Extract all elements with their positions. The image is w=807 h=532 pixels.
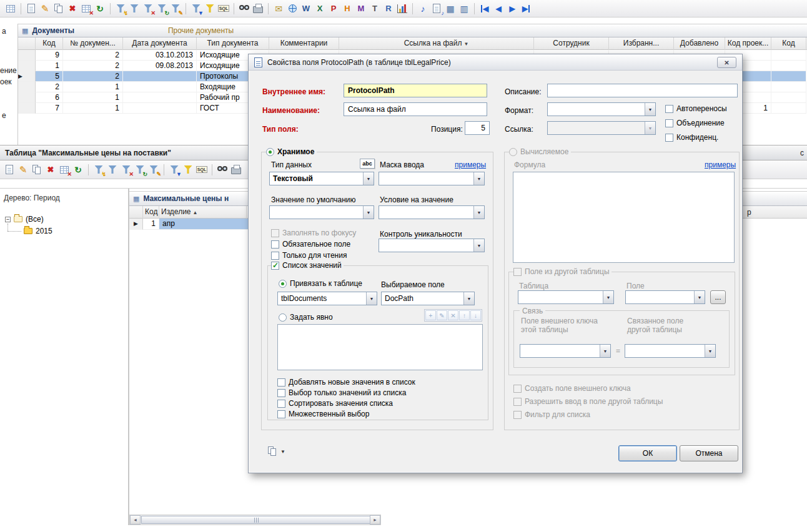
data-type-combo[interactable]: Текстовый▼: [269, 172, 374, 185]
formula-examples-link[interactable]: примеры: [705, 160, 736, 169]
print-icon[interactable]: [251, 2, 265, 16]
export-excel-icon[interactable]: X: [313, 2, 327, 16]
value-list-option-checkbox[interactable]: Выбор только значений из списка: [277, 388, 408, 397]
export-txt-icon[interactable]: T: [368, 2, 382, 16]
refresh-icon[interactable]: ↻: [71, 163, 85, 177]
edit-item-icon[interactable]: ✎: [437, 310, 447, 320]
confidential-checkbox[interactable]: Конфиденц.: [665, 133, 720, 142]
column-header-favorite[interactable]: Избранн...: [609, 37, 674, 50]
condition-combo[interactable]: ▼: [379, 205, 485, 219]
scroll-left-icon[interactable]: ◄: [130, 515, 141, 525]
move-up-icon[interactable]: ↑: [459, 310, 470, 320]
edit-icon[interactable]: ✎: [38, 2, 52, 16]
panel-splitter[interactable]: [128, 189, 129, 525]
filter-edit-icon[interactable]: ✎: [147, 163, 161, 177]
add-item-icon[interactable]: +: [425, 310, 436, 320]
filter-icon[interactable]: [106, 163, 119, 177]
filter-refresh-icon[interactable]: ↻: [133, 163, 147, 177]
filter-delete-icon[interactable]: ✕: [119, 163, 133, 177]
value-list-checkbox[interactable]: Список значений: [271, 261, 344, 270]
refresh-icon[interactable]: ↻: [93, 2, 107, 16]
delete-icon[interactable]: ✖: [66, 2, 79, 16]
find-icon[interactable]: [215, 163, 229, 177]
filter-icon[interactable]: [127, 2, 141, 16]
column-header-comment[interactable]: Комментарии: [269, 37, 339, 50]
position-field[interactable]: 5: [465, 121, 490, 135]
column-header-num[interactable]: № докумен...: [63, 37, 123, 50]
scroll-right-icon[interactable]: ►: [370, 515, 380, 525]
internal-name-field[interactable]: ProtocolPath: [344, 84, 487, 97]
format-combo[interactable]: ▼: [547, 102, 656, 116]
filter-edit-icon[interactable]: ✎: [169, 2, 182, 16]
name-field[interactable]: Ссылка на файл: [344, 102, 487, 116]
stored-radio[interactable]: Хранимое: [266, 147, 317, 156]
sql-icon[interactable]: SQL: [217, 2, 230, 16]
value-list-option-checkbox[interactable]: Множественный выбор: [277, 410, 371, 418]
bind-table-combo[interactable]: tblDocuments▼: [277, 292, 377, 305]
select-field-combo[interactable]: DocPath▼: [381, 292, 475, 305]
new-icon[interactable]: [24, 2, 38, 16]
delete-icon[interactable]: ✖: [44, 163, 57, 177]
export-pdf-icon[interactable]: P: [327, 2, 340, 16]
column-header-kod[interactable]: Код: [143, 206, 159, 219]
column-header-izdelie[interactable]: Изделие▲: [159, 206, 247, 219]
autowrap-checkbox[interactable]: Автопереносы: [665, 104, 729, 113]
merge-checkbox[interactable]: Объединение: [665, 119, 726, 127]
export-xml-icon[interactable]: M: [354, 2, 368, 16]
find-icon[interactable]: [237, 2, 251, 16]
table-delete-icon[interactable]: ✕: [79, 2, 93, 16]
filter-refresh-icon[interactable]: ↻: [155, 2, 169, 16]
filter-flash-icon[interactable]: ↯: [92, 163, 106, 177]
default-value-combo[interactable]: ▼: [269, 205, 374, 219]
readonly-checkbox[interactable]: Только для чтения: [271, 251, 349, 260]
filter-down-icon[interactable]: ▼: [167, 163, 181, 177]
column-header-filelink[interactable]: Ссылка на файл▼: [339, 37, 534, 50]
documents-tab[interactable]: Прочие документы: [168, 26, 234, 35]
computed-radio[interactable]: Вычисляемое: [509, 147, 571, 156]
doc-note-icon[interactable]: ♪: [430, 2, 443, 16]
filter-yellow-icon[interactable]: [203, 2, 217, 16]
value-list-option-checkbox[interactable]: Сортировать значения списка: [277, 399, 395, 408]
delete-item-icon[interactable]: ✕: [448, 310, 458, 320]
column-header-gutter[interactable]: [18, 37, 36, 50]
export-globe-icon[interactable]: [285, 2, 299, 16]
move-down-icon[interactable]: ↓: [470, 310, 481, 320]
filter-flash-icon[interactable]: ↯: [114, 2, 127, 16]
scrollbar-thumb[interactable]: [141, 516, 371, 524]
export-rtf-icon[interactable]: R: [382, 2, 395, 16]
column-header-kod2[interactable]: Код: [771, 37, 806, 50]
tree-node-root[interactable]: − (Все): [5, 215, 44, 224]
cancel-button[interactable]: Отмена: [680, 445, 738, 461]
table-icon[interactable]: [4, 2, 17, 16]
new-icon[interactable]: [2, 163, 16, 177]
column-header-kod[interactable]: Код: [36, 37, 63, 50]
filter-down-icon[interactable]: ▼: [189, 2, 203, 16]
bind-to-table-radio[interactable]: Привязать к таблице: [279, 279, 365, 288]
value-list-option-checkbox[interactable]: Добавлять новые значения в список: [277, 378, 417, 387]
tree-node-child[interactable]: 2015: [24, 227, 52, 235]
filter-yellow-icon[interactable]: [181, 163, 195, 177]
sql-icon[interactable]: SQL: [195, 163, 209, 177]
export-mail-icon[interactable]: ✉: [272, 2, 285, 16]
table-delete-icon[interactable]: ✕: [57, 163, 71, 177]
explicit-values-listbox[interactable]: [277, 324, 483, 370]
note-icon[interactable]: ♪: [416, 2, 430, 16]
column-header-added[interactable]: Добавлено: [674, 37, 725, 50]
explicit-list-radio[interactable]: Задать явно: [279, 313, 335, 322]
nav-next-icon[interactable]: ▶: [505, 2, 519, 16]
close-button[interactable]: ✕: [717, 57, 736, 68]
collapse-icon[interactable]: −: [5, 217, 11, 222]
column-header-type[interactable]: Тип документа: [197, 37, 269, 50]
print-icon[interactable]: [229, 163, 243, 177]
chart-icon[interactable]: [395, 2, 409, 16]
mask-examples-link[interactable]: примеры: [455, 160, 486, 169]
nav-last-icon[interactable]: ▶: [519, 2, 533, 16]
column-header-employee[interactable]: Сотрудник: [534, 37, 609, 50]
description-field[interactable]: [547, 84, 738, 97]
ok-button[interactable]: ОК: [618, 445, 677, 461]
copy-icon[interactable]: [52, 2, 66, 16]
grid-small-icon[interactable]: ▦: [443, 2, 457, 16]
filter-delete-icon[interactable]: ✕: [141, 2, 155, 16]
required-checkbox[interactable]: Обязательное поле: [271, 240, 352, 249]
export-html-icon[interactable]: H: [340, 2, 354, 16]
